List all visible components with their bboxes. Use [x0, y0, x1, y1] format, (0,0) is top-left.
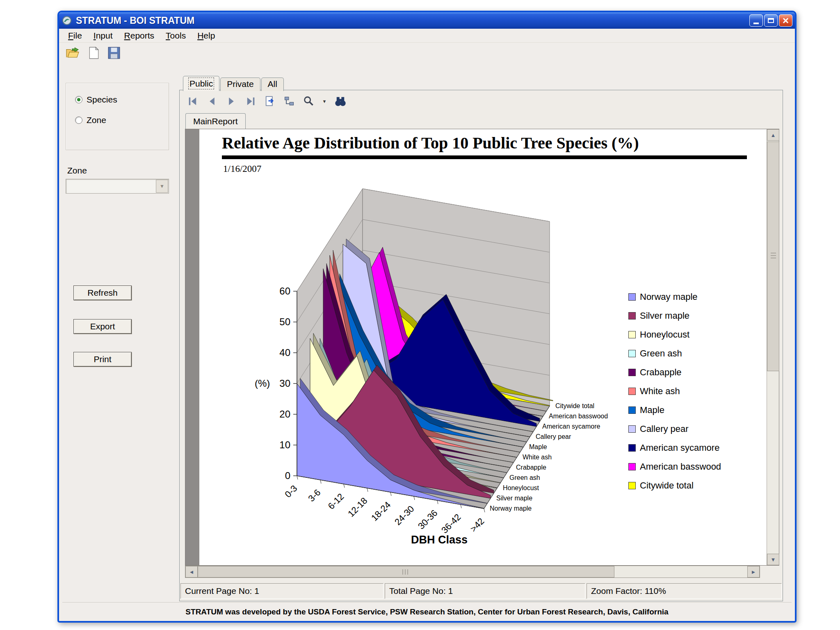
horizontal-scroll-thumb[interactable] — [198, 566, 614, 578]
x-tick-label: 18-24 — [369, 500, 393, 523]
open-folder-icon — [65, 47, 80, 59]
x-tick — [414, 496, 415, 500]
zone-select[interactable]: ▼ — [66, 179, 169, 194]
radio-species-input[interactable] — [75, 96, 82, 103]
legend-label: Callery pear — [640, 424, 689, 434]
report-viewer: ▼ MainReport Relative Age Distribution o… — [179, 90, 783, 601]
first-page-icon — [187, 96, 199, 107]
x-tick — [344, 484, 345, 488]
legend-swatch — [628, 482, 636, 489]
window-controls: × — [748, 14, 792, 27]
scroll-thumb-grip — [771, 253, 776, 260]
y-axis-title: (%) — [255, 378, 270, 389]
search-button[interactable] — [334, 95, 347, 107]
horizontal-scrollbar[interactable]: ◄ ► — [185, 566, 760, 578]
tab-mainreport-label: MainReport — [193, 116, 238, 126]
first-page-button[interactable] — [186, 95, 199, 107]
save-button[interactable] — [107, 46, 121, 62]
scroll-down-button[interactable]: ▼ — [767, 554, 779, 565]
zoom-dropdown-button[interactable]: ▼ — [321, 95, 328, 107]
menu-reports[interactable]: Reports — [119, 29, 160, 42]
viewer-toolbar: ▼ — [186, 93, 347, 110]
group-tree-button[interactable] — [283, 95, 296, 107]
refresh-button[interactable]: Refresh — [73, 285, 132, 300]
prev-page-button[interactable] — [205, 95, 219, 107]
x-tick-label: 3-6 — [306, 487, 322, 504]
radio-species[interactable]: Species — [75, 95, 117, 105]
legend-label: Honeylocust — [640, 329, 689, 340]
zone-label: Zone — [67, 166, 87, 176]
menu-file[interactable]: File — [62, 29, 88, 42]
legend-swatch — [628, 312, 636, 320]
radio-species-label: Species — [87, 95, 117, 105]
binoculars-icon — [334, 96, 347, 107]
depth-axis-label: Silver maple — [496, 495, 532, 502]
viewer-statusbar: Current Page No: 1 Total Page No: 1 Zoom… — [180, 583, 782, 599]
y-tick-label: 0 — [285, 470, 290, 481]
radio-zone[interactable]: Zone — [75, 115, 106, 125]
scroll-right-button[interactable]: ► — [747, 566, 760, 578]
tab-mainreport[interactable]: MainReport — [185, 113, 246, 129]
last-page-button[interactable] — [244, 95, 257, 107]
y-tick-label: 10 — [279, 439, 290, 450]
app-icon — [62, 15, 72, 26]
status-zoom-factor: Zoom Factor: 110% — [587, 583, 782, 599]
scroll-up-button[interactable]: ▲ — [767, 129, 779, 141]
last-page-icon — [245, 96, 256, 107]
depth-axis-label: Norway maple — [490, 505, 532, 512]
legend-label: American sycamore — [640, 443, 719, 453]
legend-label: Citywide total — [640, 480, 694, 491]
close-button[interactable]: × — [779, 14, 792, 27]
export-button[interactable]: Export — [73, 319, 132, 334]
tab-private-label: Private — [227, 79, 253, 89]
legend-swatch — [628, 293, 636, 301]
legend-item: Citywide total — [628, 476, 721, 495]
radio-zone-input[interactable] — [75, 116, 82, 124]
menu-input[interactable]: Input — [88, 29, 119, 42]
menu-tools[interactable]: Tools — [160, 29, 192, 42]
maximize-button[interactable] — [764, 14, 778, 27]
goto-page-icon — [264, 96, 276, 107]
x-tick-label: 30-36 — [416, 508, 439, 531]
y-tick-label: 50 — [279, 316, 290, 327]
y-tick-label: 30 — [279, 378, 290, 389]
next-page-button[interactable] — [225, 95, 238, 107]
legend-label: Maple — [640, 405, 664, 415]
x-tick-label: 12-18 — [346, 495, 369, 519]
scroll-left-button[interactable]: ◄ — [185, 566, 198, 578]
depth-axis-label: Callery pear — [536, 433, 571, 440]
new-button[interactable] — [87, 46, 101, 62]
vertical-scroll-thumb[interactable] — [767, 142, 779, 371]
x-tick — [320, 480, 321, 484]
tab-all[interactable]: All — [261, 78, 284, 91]
minimize-button[interactable] — [749, 14, 763, 27]
open-button[interactable] — [64, 46, 81, 61]
tab-private[interactable]: Private — [220, 78, 260, 91]
legend-item: American basswood — [628, 457, 721, 476]
depth-axis-label: Green ash — [509, 474, 540, 481]
legend-swatch — [628, 425, 636, 433]
menu-help[interactable]: Help — [192, 29, 221, 42]
zone-select-dropdown-button[interactable]: ▼ — [156, 180, 168, 193]
legend-item: White ash — [628, 382, 721, 401]
magnifier-icon — [303, 96, 314, 107]
legend-item: Silver maple — [628, 306, 721, 325]
depth-axis-label: Citywide total — [555, 402, 594, 409]
group-tree-icon — [283, 96, 295, 107]
y-tick-label: 40 — [279, 347, 290, 358]
titlebar[interactable]: STRATUM - BOI STRATUM × — [59, 12, 795, 29]
legend-item: American sycamore — [628, 438, 721, 457]
print-button[interactable]: Print — [73, 352, 132, 367]
goto-page-button[interactable] — [263, 95, 276, 107]
legend-swatch — [628, 331, 636, 338]
window-title: STRATUM - BOI STRATUM — [76, 15, 748, 26]
legend-swatch — [628, 444, 636, 452]
app-window: STRATUM - BOI STRATUM × File Input Repor… — [57, 11, 797, 623]
tab-public[interactable]: Public — [183, 76, 219, 91]
vertical-scrollbar[interactable]: ▲ ▼ — [767, 129, 779, 565]
chart-legend: Norway mapleSilver mapleHoneylocustGreen… — [628, 288, 721, 495]
x-tick — [297, 476, 298, 479]
zoom-button[interactable] — [302, 95, 315, 107]
close-icon: × — [783, 14, 789, 27]
legend-swatch — [628, 388, 636, 395]
